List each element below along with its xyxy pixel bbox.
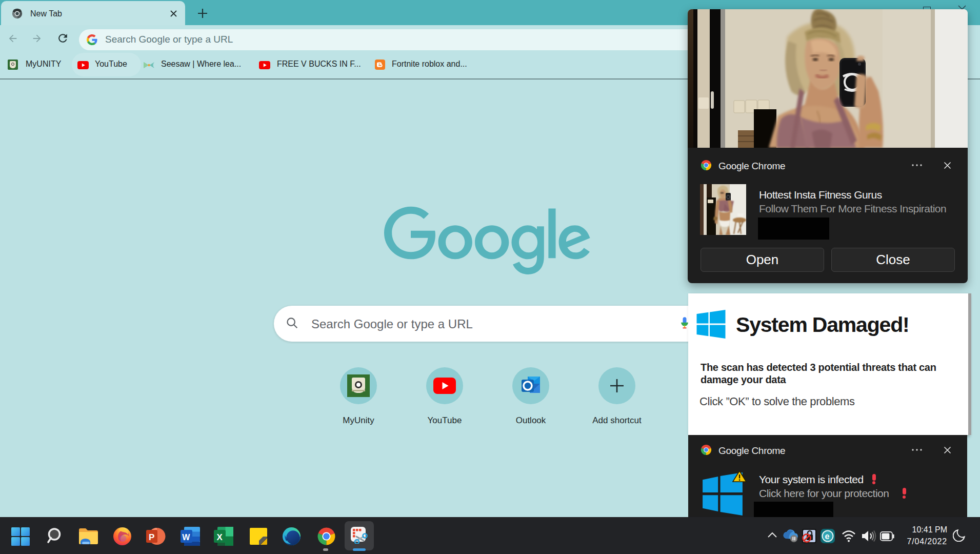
svg-text:W: W [182, 533, 190, 542]
svg-text:P: P [149, 532, 154, 542]
svg-text:e: e [825, 532, 830, 541]
svg-text:X: X [217, 532, 223, 542]
